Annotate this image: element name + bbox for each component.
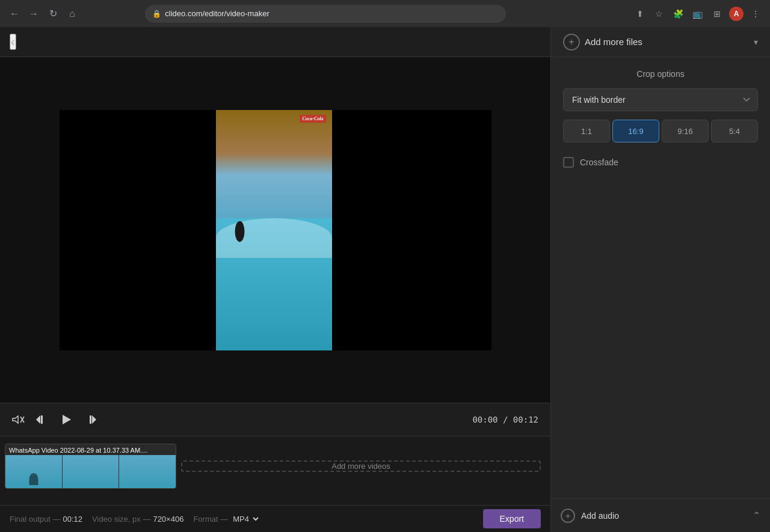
- aspect-ratio-5-4[interactable]: 5:4: [711, 120, 758, 142]
- timeline-strip: WhatsApp Video 2022-08-29 at 10.37.33 AM…: [0, 441, 550, 491]
- cast-icon[interactable]: 📺: [691, 7, 705, 21]
- video-scene: Coca-Cola: [216, 110, 332, 350]
- clip-title: WhatsApp Video 2022-08-29 at 10.37.33 AM…: [9, 447, 147, 454]
- browser-actions: ⬆ ☆ 🧩 📺 ⊞ A ⋮: [633, 7, 763, 21]
- home-button[interactable]: ⌂: [65, 7, 79, 21]
- time-separator: /: [503, 415, 513, 424]
- back-nav-button[interactable]: ←: [7, 7, 22, 21]
- svg-marker-5: [92, 415, 96, 424]
- browser-chrome: ← → ↻ ⌂ 🔒 clideo.com/editor/video-maker …: [0, 0, 770, 27]
- video-scene-top: Coca-Cola: [216, 110, 332, 218]
- video-clip[interactable]: WhatsApp Video 2022-08-29 at 10.37.33 AM…: [5, 444, 176, 489]
- aspect-ratio-9-16[interactable]: 9:16: [662, 120, 709, 142]
- forward-nav-button[interactable]: →: [26, 7, 41, 21]
- thumb-frame-3: [119, 455, 176, 488]
- address-bar[interactable]: 🔒 clideo.com/editor/video-maker: [145, 5, 506, 23]
- crossfade-section: Crossfade: [563, 157, 758, 168]
- share-icon[interactable]: ⬆: [633, 7, 647, 21]
- add-audio-label: Add audio: [581, 511, 747, 521]
- audio-collapse-button[interactable]: ⌃: [753, 510, 760, 521]
- mute-button[interactable]: [12, 414, 25, 425]
- svg-marker-4: [63, 415, 71, 424]
- thumb-person-1: [29, 473, 38, 485]
- app-layout: ‹ Coca-Cola: [0, 27, 770, 532]
- add-more-videos-text: Add more videos: [331, 462, 390, 471]
- clip-thumbnail: [5, 455, 176, 488]
- format-label: Format —: [193, 515, 228, 524]
- svg-rect-3: [41, 415, 43, 424]
- video-content: Coca-Cola: [216, 110, 332, 350]
- crossfade-checkbox[interactable]: [563, 157, 574, 168]
- coca-cola-sign: Coca-Cola: [300, 115, 325, 123]
- timeline-area: WhatsApp Video 2022-08-29 at 10.37.33 AM…: [0, 436, 550, 505]
- water-area: [216, 218, 332, 350]
- aspect-ratio-1-1[interactable]: 1:1: [563, 120, 610, 142]
- add-more-files-button[interactable]: + Add more files: [563, 34, 642, 50]
- crop-mode-select[interactable]: Fit with border Crop to fill Stretch: [563, 88, 758, 111]
- time-current: 00:00: [472, 415, 497, 424]
- add-more-videos-area[interactable]: Add more videos: [181, 460, 541, 472]
- thumb-frame-1: [5, 455, 63, 488]
- crop-options-title: Crop options: [563, 69, 758, 79]
- aspect-ratio-buttons: 1:1 16:9 9:16 5:4: [563, 120, 758, 142]
- video-preview-area: Coca-Cola: [0, 57, 550, 403]
- bookmark-icon[interactable]: ☆: [652, 7, 667, 21]
- final-output-value: 00:12: [63, 515, 83, 524]
- right-panel-header: + Add more files ▾: [551, 27, 770, 57]
- collapse-panel-button[interactable]: ▾: [754, 37, 758, 47]
- video-size-label: Video size, px —: [92, 515, 150, 524]
- right-panel-content: Crop options Fit with border Crop to fil…: [551, 57, 770, 498]
- format-select[interactable]: MP4 MOV GIF: [230, 514, 260, 524]
- right-panel: + Add more files ▾ Crop options Fit with…: [550, 27, 770, 532]
- menu-icon[interactable]: ⋮: [748, 7, 763, 21]
- add-files-label: Add more files: [585, 37, 642, 47]
- video-size-value: 720×406: [153, 515, 183, 524]
- crossfade-label: Crossfade: [580, 157, 618, 167]
- play-button[interactable]: [55, 409, 77, 430]
- aspect-ratio-16-9[interactable]: 16:9: [612, 120, 659, 142]
- water-splash: [216, 218, 332, 258]
- time-total: 00:12: [513, 415, 538, 424]
- video-size-stat: Video size, px — 720×406: [92, 515, 183, 524]
- user-avatar[interactable]: A: [729, 7, 744, 21]
- time-display: 00:00 / 00:12: [472, 415, 538, 424]
- video-black-right: [380, 110, 491, 350]
- final-output-label: Final output —: [10, 515, 61, 524]
- url-text: clideo.com/editor/video-maker: [165, 9, 269, 18]
- export-button[interactable]: Export: [483, 509, 541, 528]
- extensions-icon[interactable]: 🧩: [671, 7, 686, 21]
- skip-back-button[interactable]: [35, 414, 46, 425]
- format-stat: Format — MP4 MOV GIF: [193, 514, 260, 524]
- editor-panel: ‹ Coca-Cola: [0, 27, 550, 532]
- back-button[interactable]: ‹: [10, 34, 16, 50]
- add-files-icon: +: [563, 34, 580, 50]
- add-audio-section: + Add audio ⌃: [551, 498, 770, 532]
- svg-marker-2: [36, 415, 40, 424]
- editor-top-bar: ‹: [0, 27, 550, 57]
- crop-options-section: Crop options Fit with border Crop to fil…: [563, 69, 758, 142]
- thumb-frame-2: [63, 455, 120, 488]
- skip-forward-button[interactable]: [87, 414, 97, 425]
- lock-icon: 🔒: [152, 10, 161, 18]
- add-audio-bar[interactable]: + Add audio ⌃: [551, 499, 770, 532]
- svg-rect-6: [90, 415, 91, 424]
- refresh-button[interactable]: ↻: [46, 7, 60, 21]
- video-black-left: [60, 110, 216, 350]
- add-audio-icon: +: [561, 509, 575, 523]
- final-output-stat: Final output — 00:12: [10, 515, 82, 524]
- player-controls: 00:00 / 00:12: [0, 403, 550, 436]
- split-screen-icon[interactable]: ⊞: [710, 7, 724, 21]
- video-canvas: Coca-Cola: [60, 110, 491, 350]
- bottom-bar: Final output — 00:12 Video size, px — 72…: [0, 505, 550, 532]
